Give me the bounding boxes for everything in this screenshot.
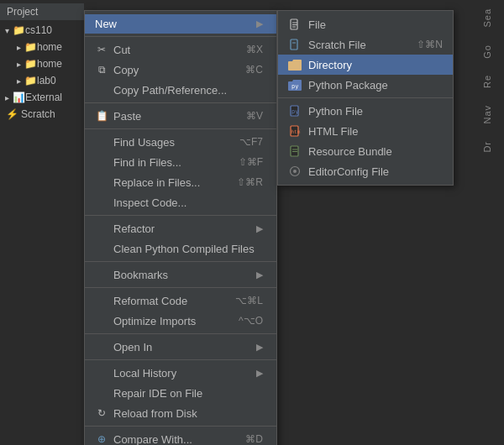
submenu-new: File Scratch File ⇧⌘N Directory py Pytho… <box>277 10 454 186</box>
arrow-icon: ▸ <box>17 76 21 86</box>
svg-point-15 <box>293 170 297 173</box>
menu-item-copy[interactable]: ⧉ Copy ⌘C <box>85 60 276 80</box>
svg-text:html: html <box>291 128 302 134</box>
sidebar-item-external[interactable]: ▸ 📊 External <box>0 89 84 106</box>
repair-ide-label: Repair IDE on File <box>113 387 202 400</box>
html-file-icon: html <box>288 124 302 138</box>
menu-item-refactor[interactable]: Refactor ▶ <box>85 218 276 238</box>
folder-icon: 📁 <box>24 74 37 87</box>
editorconfig-label: EditorConfig File <box>308 165 389 178</box>
optimize-icon <box>95 314 108 327</box>
scratch-shortcut: ⇧⌘N <box>417 39 443 50</box>
sidebar-item-cs110[interactable]: ▾ 📁 cs110 <box>0 22 84 39</box>
copy-path-label: Copy Path/Reference... <box>113 84 227 97</box>
menu-item-reload[interactable]: ↻ Reload from Disk <box>85 403 276 423</box>
menu-item-compare[interactable]: ⊕ Compare With... ⌘D <box>85 429 276 445</box>
menu-item-new[interactable]: New ▶ <box>85 14 276 34</box>
resource-label: Resource Bundle <box>308 145 392 158</box>
folder-icon: 📁 <box>12 24 25 37</box>
menu-item-replace-files[interactable]: Replace in Files... ⇧⌘R <box>85 172 276 192</box>
reload-icon: ↻ <box>95 406 108 420</box>
submenu-item-file[interactable]: File <box>278 14 453 34</box>
bookmarks-icon <box>95 268 108 281</box>
copy-path-icon <box>95 83 108 97</box>
menu-item-open-in[interactable]: Open In ▶ <box>85 337 276 357</box>
sidebar-item-label: home <box>37 41 62 53</box>
submenu-separator <box>278 97 453 98</box>
inspect-label: Inspect Code... <box>113 196 186 209</box>
submenu-item-html[interactable]: html HTML File <box>278 121 453 141</box>
project-bar: Project <box>0 3 84 20</box>
python-package-icon: py <box>288 78 302 92</box>
copy-label: Copy <box>113 64 139 76</box>
local-history-arrow-icon: ▶ <box>256 368 263 379</box>
sidebar-item-lab0[interactable]: ▸ 📁 lab0 <box>0 72 84 89</box>
separator <box>85 426 276 427</box>
new-label: New <box>95 18 117 30</box>
arrow-icon: ▸ <box>5 93 9 102</box>
sidebar-item-scratch[interactable]: ⚡ Scratch <box>0 106 84 123</box>
compare-icon: ⊕ <box>95 432 108 445</box>
menu-item-optimize[interactable]: Optimize Imports ^⌥O <box>85 311 276 331</box>
svg-rect-4 <box>291 39 297 50</box>
reformat-icon <box>95 294 108 307</box>
menu-item-paste[interactable]: 📋 Paste ⌘V <box>85 106 276 126</box>
right-panel-label-go: Go <box>482 44 492 59</box>
open-in-icon <box>95 340 108 353</box>
optimize-shortcut: ^⌥O <box>239 315 263 327</box>
arrow-icon: ▸ <box>17 60 21 69</box>
open-in-arrow-icon: ▶ <box>256 342 263 353</box>
clean-icon <box>95 242 108 255</box>
arrow-icon: ▸ <box>17 43 21 52</box>
refactor-icon <box>95 222 108 235</box>
sidebar-item-home2[interactable]: ▸ 📁 home <box>0 55 84 72</box>
menu-item-clean-python[interactable]: Clean Python Compiled Files <box>85 238 276 259</box>
menu-item-bookmarks[interactable]: Bookmarks ▶ <box>85 264 276 285</box>
reformat-label: Reformat Code <box>113 295 187 307</box>
menu-item-inspect[interactable]: Inspect Code... <box>85 192 276 212</box>
separator <box>85 261 276 262</box>
menu-item-cut[interactable]: ✂ Cut ⌘X <box>85 39 276 60</box>
replace-files-shortcut: ⇧⌘R <box>237 176 263 188</box>
refactor-arrow-icon: ▶ <box>256 223 263 234</box>
submenu-item-python-file[interactable]: py Python File <box>278 101 453 121</box>
submenu-item-scratch[interactable]: Scratch File ⇧⌘N <box>278 34 453 55</box>
local-history-label: Local History <box>113 367 176 380</box>
bookmarks-label: Bookmarks <box>113 269 168 281</box>
right-panel-label-sea: Sea <box>482 8 492 28</box>
replace-files-icon <box>95 175 108 189</box>
bookmarks-arrow-icon: ▶ <box>256 270 263 280</box>
scratch-file-label: Scratch File <box>308 39 410 51</box>
menu-item-reformat[interactable]: Reformat Code ⌥⌘L <box>85 291 276 311</box>
file-label: File <box>308 18 326 31</box>
reformat-shortcut: ⌥⌘L <box>235 295 263 306</box>
submenu-item-editorconfig[interactable]: EditorConfig File <box>278 161 453 181</box>
optimize-label: Optimize Imports <box>113 315 196 327</box>
menu-item-find-files[interactable]: Find in Files... ⇧⌘F <box>85 152 276 172</box>
paste-shortcut: ⌘V <box>246 110 263 122</box>
menu-item-repair-ide[interactable]: Repair IDE on File <box>85 383 276 403</box>
find-usages-label: Find Usages <box>113 136 175 149</box>
right-panel-label-re: Re <box>482 75 492 88</box>
reload-label: Reload from Disk <box>113 407 197 420</box>
scratch-file-icon <box>288 38 302 51</box>
project-label: Project <box>7 6 38 18</box>
menu-item-find-usages[interactable]: Find Usages ⌥F7 <box>85 132 276 152</box>
submenu-arrow-icon: ▶ <box>256 18 263 29</box>
right-panel-label-nav: Nav <box>482 105 492 124</box>
find-files-label: Find in Files... <box>113 156 181 169</box>
menu-item-copy-path[interactable]: Copy Path/Reference... <box>85 80 276 100</box>
refactor-label: Refactor <box>113 222 155 235</box>
folder-icon: 📁 <box>24 57 37 71</box>
separator <box>85 102 276 103</box>
menu-item-local-history[interactable]: Local History ▶ <box>85 363 276 383</box>
submenu-item-resource[interactable]: Resource Bundle <box>278 141 453 161</box>
submenu-item-python-package[interactable]: py Python Package <box>278 75 453 95</box>
directory-label: Directory <box>308 59 352 71</box>
context-menu-main: New ▶ ✂ Cut ⌘X ⧉ Copy ⌘C Copy Path/Refer… <box>84 10 277 445</box>
sidebar-item-label: External <box>25 92 62 103</box>
submenu-item-directory[interactable]: Directory <box>278 55 453 75</box>
history-icon <box>95 366 108 380</box>
scratch-icon: ⚡ <box>5 107 18 121</box>
sidebar-item-home1[interactable]: ▸ 📁 home <box>0 39 84 55</box>
